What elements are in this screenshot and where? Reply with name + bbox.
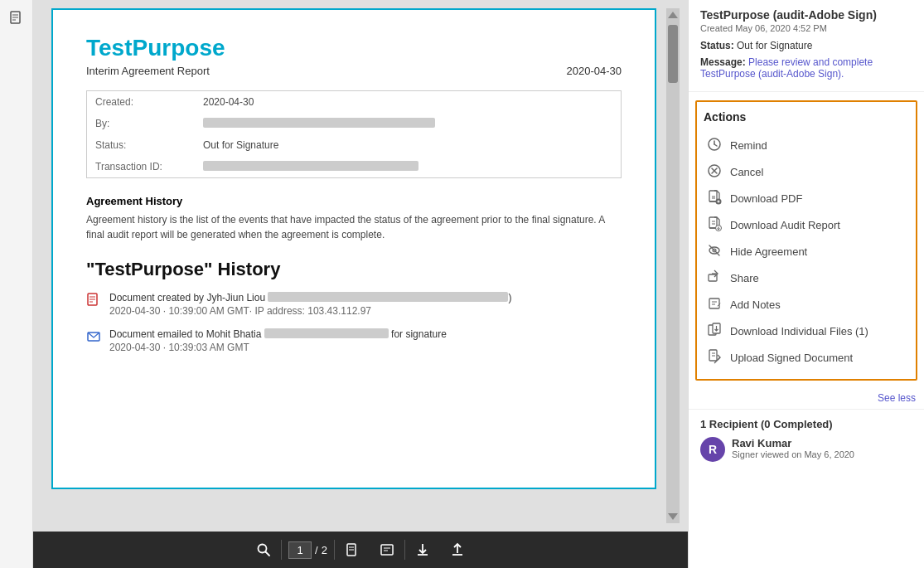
see-less-link[interactable]: See less (689, 389, 924, 409)
table-row: Status: Out for Signature (87, 134, 621, 156)
panel-status-row: Status: Out for Signature (700, 40, 912, 51)
add-notes-label: Add Notes (730, 299, 781, 311)
search-button[interactable] (246, 536, 281, 564)
cancel-icon (707, 163, 723, 180)
value-txid (195, 156, 621, 177)
toolbar: / 2 (33, 532, 688, 568)
hide-agreement-icon (707, 243, 723, 260)
actions-section: Actions Remind Cancel (695, 100, 917, 381)
history-section-title: "TestPurpose" History (86, 259, 622, 280)
panel-created: Created May 06, 2020 4:52 PM (700, 23, 912, 33)
sidebar-icon[interactable] (6, 8, 27, 30)
panel-message-row: Message: Please review and complete Test… (700, 56, 912, 80)
svg-rect-43 (709, 299, 719, 308)
blurred-by (203, 118, 435, 128)
action-add-notes[interactable]: Add Notes (704, 291, 909, 318)
label-by: By: (87, 113, 195, 134)
scrollbar[interactable] (666, 8, 680, 523)
download-pdf-label: Download PDF (730, 192, 802, 205)
blurred-txid (203, 161, 418, 171)
email-sent-icon (86, 329, 101, 344)
recipient-item: R Ravi Kumar Signer viewed on May 6, 202… (700, 437, 912, 462)
add-notes-icon (707, 296, 723, 313)
action-download-pdf[interactable]: Download PDF (704, 185, 909, 211)
scroll-up-arrow[interactable] (668, 12, 678, 18)
message-label: Message: (700, 56, 746, 68)
status-label: Status: (700, 40, 734, 51)
fit-page-button[interactable] (335, 536, 370, 564)
page-number-input[interactable] (288, 541, 312, 559)
cancel-label: Cancel (730, 166, 763, 178)
agreement-history-section: Agreement History Agreement history is t… (86, 195, 622, 242)
value-created: 2020-04-30 (195, 91, 621, 113)
svg-line-10 (266, 552, 270, 556)
table-row: By: (87, 113, 621, 134)
action-share[interactable]: Share (704, 265, 909, 291)
print-button[interactable] (440, 536, 475, 564)
action-hide-agreement[interactable]: Hide Agreement (704, 238, 909, 265)
doc-page: TestPurpose Interim Agreement Report 202… (51, 8, 656, 489)
status-value: Out for Signature (737, 40, 812, 51)
remind-label: Remind (730, 139, 767, 152)
document-created-icon (86, 293, 101, 308)
doc-subtitle: Interim Agreement Report (86, 65, 210, 77)
recipient-avatar: R (700, 437, 725, 462)
panel-header: TestPurpose (audit-Adobe Sign) Created M… (689, 0, 924, 92)
hide-agreement-label: Hide Agreement (730, 245, 807, 258)
panel-doc-title: TestPurpose (audit-Adobe Sign) (700, 8, 912, 22)
download-individual-label: Download Individual Files (1) (730, 325, 868, 337)
page-separator: / (315, 544, 318, 556)
main-area: TestPurpose Interim Agreement Report 202… (33, 0, 688, 568)
fit-width-button[interactable] (370, 536, 404, 564)
recipients-title: 1 Recipient (0 Completed) (700, 418, 912, 430)
action-download-audit[interactable]: Download Audit Report (704, 211, 909, 238)
actions-title: Actions (704, 110, 909, 124)
download-individual-icon (707, 323, 723, 339)
download-button[interactable] (405, 536, 440, 564)
history-item-2: Document emailed to Mohit Bhatia for sig… (86, 328, 622, 353)
download-audit-icon (707, 216, 723, 233)
label-created: Created: (87, 91, 195, 113)
history-item-2-content: Document emailed to Mohit Bhatia for sig… (109, 328, 447, 353)
table-row: Transaction ID: (87, 156, 621, 177)
doc-date: 2020-04-30 (567, 65, 622, 77)
recipient-status: Signer viewed on May 6, 2020 (732, 449, 854, 459)
recipients-section: 1 Recipient (0 Completed) R Ravi Kumar S… (689, 409, 924, 470)
history-item-1-timestamp: 2020-04-30 · 10:39:00 AM GMT· IP address… (109, 305, 511, 317)
blurred-creator (268, 292, 508, 302)
download-audit-label: Download Audit Report (730, 219, 840, 231)
blurred-email (264, 328, 389, 338)
upload-signed-label: Upload Signed Document (730, 352, 853, 364)
value-status: Out for Signature (195, 134, 621, 156)
action-remind[interactable]: Remind (704, 132, 909, 158)
label-txid: Transaction ID: (87, 156, 195, 177)
page-input-wrap: / 2 (282, 541, 334, 559)
remind-icon (707, 137, 723, 153)
scroll-down-arrow[interactable] (668, 513, 678, 520)
doc-subtitle-row: Interim Agreement Report 2020-04-30 (86, 65, 622, 77)
upload-signed-icon (707, 349, 723, 366)
recipient-name: Ravi Kumar (732, 437, 854, 449)
recipient-info: Ravi Kumar Signer viewed on May 6, 2020 (732, 437, 854, 459)
history-item-1-content: Document created by Jyh-Jiun Liou ) 2020… (109, 292, 511, 317)
share-icon (707, 269, 723, 286)
left-sidebar (0, 0, 33, 568)
history-item-1-text: Document created by Jyh-Jiun Liou ) (109, 292, 511, 303)
table-row: Created: 2020-04-30 (87, 91, 621, 113)
history-item-1: Document created by Jyh-Jiun Liou ) 2020… (86, 292, 622, 317)
label-status: Status: (87, 134, 195, 156)
share-label: Share (730, 272, 759, 284)
action-cancel[interactable]: Cancel (704, 158, 909, 185)
history-item-2-timestamp: 2020-04-30 · 10:39:03 AM GMT (109, 342, 447, 353)
scroll-thumb[interactable] (668, 25, 678, 83)
action-download-individual[interactable]: Download Individual Files (1) (704, 318, 909, 344)
agreement-history-desc: Agreement history is the list of the eve… (86, 212, 622, 242)
value-by (195, 113, 621, 134)
page-total: 2 (322, 544, 327, 556)
agreement-history-title: Agreement History (86, 195, 622, 207)
action-upload-signed[interactable]: Upload Signed Document (704, 344, 909, 371)
svg-rect-14 (381, 545, 393, 555)
doc-info-table: Created: 2020-04-30 By: Status: (86, 90, 622, 178)
svg-line-23 (714, 144, 717, 146)
doc-viewer: TestPurpose Interim Agreement Report 202… (33, 0, 688, 532)
